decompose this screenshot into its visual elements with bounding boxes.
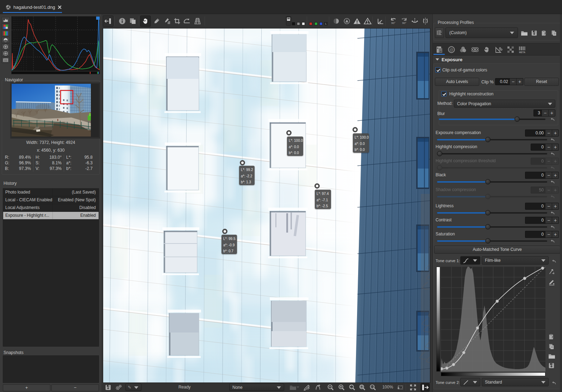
svg-text:90°: 90° bbox=[391, 21, 395, 25]
svg-text:META: META bbox=[519, 51, 525, 53]
svg-text:1:1: 1:1 bbox=[371, 386, 374, 388]
svg-text:90°: 90° bbox=[402, 21, 406, 25]
svg-text:@: @ bbox=[449, 48, 453, 52]
